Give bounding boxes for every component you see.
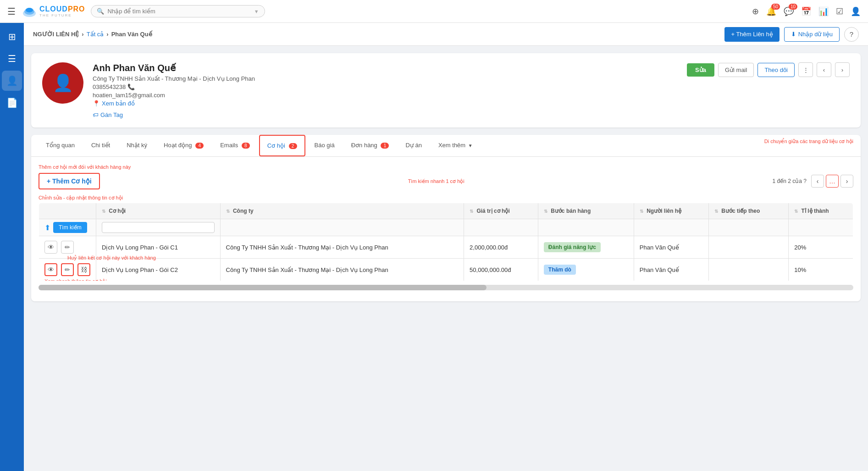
tabs-section: Tổng quan Chi tiết Nhật ký Hoạt động 4 E… [31, 135, 861, 301]
row2-edit-button[interactable]: ✏ [61, 263, 74, 276]
view-annotation: Xem nhanh thông tin cơ hội [44, 278, 107, 281]
calendar-btn[interactable]: 📅 [801, 6, 811, 17]
row2-view-button[interactable]: 👁 [44, 263, 57, 276]
table-row: 👁 ✏ Dịch Vụ Long Phan - Gói C1 Công Ty T… [39, 236, 853, 259]
add-btn[interactable]: ⊕ [752, 6, 759, 17]
person-icon: 👤 [6, 75, 18, 86]
pagination-nav: 1 đến 2 của ? ‹ … › [773, 175, 853, 188]
nav-icons: ⊕ 🔔 50 💬 10 📅 📊 ☑ 👤 [752, 6, 861, 17]
tab-donhang[interactable]: Đơn hàng 1 [344, 135, 397, 156]
row1-value: 2,000,000.00đ [464, 236, 538, 259]
sidebar-item-home[interactable]: ⊞ [2, 27, 22, 47]
task-btn[interactable]: ☑ [836, 6, 843, 17]
row1-view-button[interactable]: 👁 [44, 241, 57, 254]
search-cohoi-input[interactable] [102, 222, 215, 233]
chart-btn[interactable]: 📊 [818, 6, 829, 17]
chat-btn[interactable]: 💬 10 [784, 6, 794, 17]
search-tile-cell [789, 219, 853, 236]
tab-hoatdong-badge: 4 [195, 143, 204, 149]
horizontal-scrollbar[interactable] [39, 285, 853, 290]
search-nlh-cell [634, 219, 708, 236]
map-pin-icon: 📍 [93, 100, 100, 107]
profile-actions: Sửa Gửi mail Theo dõi ⋮ ‹ › [687, 62, 850, 77]
th-buocbanhang: ⇅ Bước bán hàng [538, 203, 634, 219]
task-icon: ☑ [836, 7, 843, 16]
page-next-button[interactable]: › [840, 175, 853, 188]
search-btt-cell [708, 219, 788, 236]
breadcrumb-current: Phan Văn Quế [111, 31, 152, 38]
more-options-button[interactable]: ⋮ [798, 62, 813, 77]
tab-baogia[interactable]: Báo giá [307, 135, 342, 156]
xemthem-dropdown-icon: ▼ [468, 143, 473, 148]
add-opportunity-button[interactable]: + Thêm Cơ hội [39, 173, 100, 189]
tab-cohoi[interactable]: Cơ hội 2 [259, 135, 305, 156]
notification-btn[interactable]: 🔔 50 [766, 6, 776, 17]
tab-duan[interactable]: Dự án [398, 135, 429, 156]
search-input[interactable] [108, 8, 250, 15]
add-opp-note: Thêm cơ hội mới đối với khách hàng này [39, 164, 853, 170]
tab-nhatky[interactable]: Nhật ký [119, 135, 155, 156]
row2-actions: 👁 ✏ ⛓ Huỷ liên kết cơ hội này với khách … [39, 259, 96, 281]
opportunities-table: ⇅ Cơ hội ⇅ Công ty ⇅ Giá trị cơ hội [39, 203, 853, 281]
th-nguoilienhe: ⇅ Người liên hệ [634, 203, 708, 219]
tab-chitiet[interactable]: Chi tiết [84, 135, 117, 156]
sort-cohoi-icon: ⇅ [102, 209, 105, 214]
edit-annotation: Chỉnh sửa - cập nhật thông tin cơ hội [39, 195, 853, 201]
search-congty-cell [220, 219, 464, 236]
profile-tag-link[interactable]: 🏷 Gán Tag [93, 111, 678, 118]
sort-nlh-icon: ⇅ [640, 209, 643, 214]
next-profile-button[interactable]: › [835, 62, 850, 77]
row2-status-badge: Thăm dò [544, 265, 576, 275]
logo-pro: PRO [68, 5, 85, 13]
search-dropdown-icon: ▼ [254, 9, 259, 14]
search-buoc-cell [538, 219, 634, 236]
search-cohoi-cell [96, 219, 221, 236]
sidebar-item-person[interactable]: 👤 [2, 71, 22, 91]
send-mail-button[interactable]: Gửi mail [718, 63, 754, 77]
chart-icon: 📊 [818, 7, 829, 16]
sidebar: ⊞ ☰ 👤 📄 [0, 23, 24, 471]
profile-map-link[interactable]: 📍 Xem bản đồ [93, 100, 678, 107]
document-icon: 📄 [6, 97, 18, 108]
phone-icon: 📞 [127, 83, 135, 90]
logo-tagline: THE FUTURE [39, 13, 85, 17]
add-opp-row: + Thêm Cơ hội Tìm kiếm nhanh 1 cơ hội 1 … [39, 173, 853, 189]
tabs-pagination-note: Di chuyển giữa các trang dữ liệu cơ hội [764, 139, 853, 144]
profile-name: Anh Phan Văn Quế [93, 62, 678, 73]
search-table-button[interactable]: Tìm kiếm [53, 222, 87, 233]
avatar: 👤 [42, 62, 83, 104]
sidebar-item-contacts-list[interactable]: ☰ [2, 49, 22, 69]
prev-profile-button[interactable]: ‹ [817, 62, 831, 77]
contacts-list-icon: ☰ [8, 53, 16, 64]
row1-company: Công Ty TNHH Sản Xuất - Thương Mại - Dịc… [220, 236, 464, 259]
profile-email: hoatien_lam15@gmail.com [93, 92, 678, 99]
user-btn[interactable]: 👤 [851, 6, 861, 17]
row2-company: Công Ty TNHH Sản Xuất - Thương Mại - Dịc… [220, 259, 464, 281]
add-contact-button[interactable]: + Thêm Liên hệ [724, 27, 779, 42]
profile-company: Công Ty TNHH Sản Xuất - Thương Mại - Dịc… [93, 75, 678, 82]
tab-tonquan[interactable]: Tổng quan [39, 135, 82, 156]
edit-button[interactable]: Sửa [687, 63, 714, 77]
breadcrumb-level1[interactable]: Tất cả [87, 31, 104, 38]
logo-cloud: CLOUD [39, 5, 68, 13]
tab-xemthem[interactable]: Xem thêm ▼ [431, 135, 480, 156]
row2-contact: Phan Văn Quế [634, 259, 708, 281]
help-button[interactable]: ? [844, 27, 859, 42]
th-cohoi: ⇅ Cơ hội [96, 203, 221, 219]
page-prev-button[interactable]: ‹ [811, 175, 824, 188]
page-dots-button[interactable]: … [826, 175, 839, 188]
row1-edit-button[interactable]: ✏ [61, 241, 74, 254]
breadcrumb-actions: + Thêm Liên hệ ⬇ Nhập dữ liệu ? [724, 27, 859, 42]
tab-emails[interactable]: Emails 8 [213, 135, 257, 156]
row2-unlink-button[interactable]: ⛓ [77, 263, 90, 276]
tabs-bar: Tổng quan Chi tiết Nhật ký Hoạt động 4 E… [31, 135, 861, 157]
search-bar[interactable]: 🔍 ▼ [91, 5, 265, 17]
tab-hoatdong[interactable]: Hoạt động 4 [156, 135, 211, 156]
sidebar-item-document[interactable]: 📄 [2, 93, 22, 113]
logo: CLOUDPRO THE FUTURE [21, 3, 85, 20]
tab-donhang-badge: 1 [381, 143, 389, 149]
tab-content-cohoi: Thêm cơ hội mới đối với khách hàng này +… [31, 157, 861, 301]
follow-button[interactable]: Theo dõi [757, 63, 795, 77]
import-data-button[interactable]: ⬇ Nhập dữ liệu [784, 27, 840, 42]
hamburger-menu[interactable]: ☰ [7, 6, 16, 17]
